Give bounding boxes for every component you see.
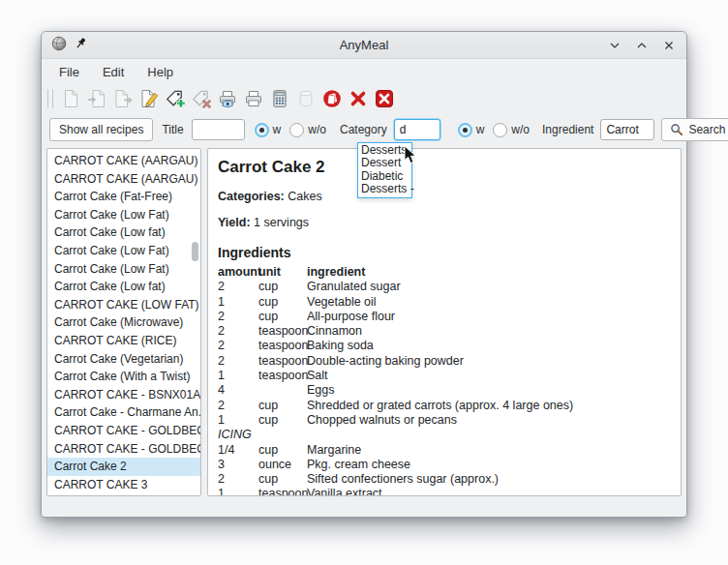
- ingredient-row: 2cupShredded or grated carrots (approx. …: [218, 399, 669, 413]
- discard-icon[interactable]: [345, 86, 371, 111]
- close-icon[interactable]: [661, 38, 677, 53]
- ingredients-table: amount unit ingredient 2cupGranulated su…: [218, 265, 669, 496]
- list-item[interactable]: CARROT CAKE 3: [47, 476, 200, 494]
- servings-calculator-icon[interactable]: [266, 86, 292, 111]
- print-icon[interactable]: [240, 86, 266, 111]
- title-with-label: w: [273, 123, 282, 136]
- yield-value: 1 servings: [254, 216, 309, 229]
- ingredient-row: 1teaspoonVanilla extract: [218, 487, 669, 496]
- category-with-label: w: [476, 123, 485, 136]
- category-without-label: w/o: [511, 123, 530, 136]
- remove-category-icon[interactable]: [188, 86, 214, 111]
- ingredient-row: 2teaspoonBaking soda: [218, 339, 669, 353]
- list-scrollbar-thumb[interactable]: [192, 242, 198, 261]
- list-item[interactable]: CARROT CAKE - BSNX01A: [47, 386, 200, 404]
- ingredient-row: 2teaspoonDouble-acting baking powder: [218, 354, 669, 369]
- ingredients-table-header: amount unit ingredient: [218, 265, 669, 280]
- ingredient-header: ingredient: [307, 265, 669, 280]
- ingredient-label: Ingredient: [542, 123, 593, 136]
- menu-edit[interactable]: Edit: [93, 62, 134, 82]
- anymeal-app-icon: [51, 36, 67, 55]
- title-without-radio[interactable]: [289, 123, 304, 137]
- dropdown-item[interactable]: Desserts -: [358, 183, 411, 195]
- minimize-icon[interactable]: [607, 38, 622, 53]
- titlebar[interactable]: AnyMeal: [42, 32, 686, 59]
- categories-value: Cakes: [288, 190, 321, 203]
- anymeal-window: AnyMeal: [41, 31, 687, 518]
- recipe-categories: Categories: Cakes: [218, 190, 669, 203]
- category-label: Category: [340, 123, 387, 136]
- ingredient-row: 1teaspoonSalt: [218, 369, 669, 383]
- list-item[interactable]: Carrot Cake (Fat-Free): [47, 188, 200, 206]
- ingredient-row: 3ouncePkg. cream cheese: [218, 458, 669, 472]
- dropdown-item[interactable]: Diabetic: [358, 170, 411, 183]
- list-item[interactable]: Carrot Cake (Low Fat): [47, 260, 200, 279]
- new-recipe-icon[interactable]: [57, 86, 83, 111]
- menu-file[interactable]: File: [49, 62, 89, 82]
- list-item[interactable]: CARROT CAKE - GOLDBECK: [47, 440, 200, 459]
- amount-header: amount: [218, 265, 258, 280]
- window-title: AnyMeal: [42, 38, 686, 52]
- list-item[interactable]: Carrot Cake (Vegetarian): [47, 350, 200, 369]
- database-icon[interactable]: [292, 86, 318, 111]
- list-item[interactable]: Carrot Cake (Low Fat): [47, 206, 200, 224]
- ingredient-row: 1cupVegetable oil: [218, 295, 669, 310]
- quit-icon[interactable]: [371, 86, 397, 111]
- toolbar-drag-handle[interactable]: [47, 89, 53, 108]
- recipe-view[interactable]: Carrot Cake 2 Categories: Cakes Yield: 1…: [207, 148, 682, 496]
- category-without-radio[interactable]: [493, 123, 507, 137]
- search-icon: [670, 123, 683, 136]
- search-bar: Show all recipes Title w w/o Category w …: [42, 113, 686, 146]
- toolbar: [42, 84, 686, 113]
- ingredient-input[interactable]: [600, 119, 654, 140]
- menubar: File Edit Help: [42, 59, 686, 84]
- ingredients-table-body: 2cupGranulated sugar1cupVegetable oil2cu…: [218, 280, 669, 496]
- list-item[interactable]: CARROT CAKE - GOLDBECK: [47, 422, 200, 440]
- ingredient-row: 4Eggs: [218, 383, 669, 398]
- title-without-label: w/o: [308, 123, 326, 136]
- search-button-label: Search: [688, 123, 725, 136]
- delete-recipes-icon[interactable]: [318, 86, 345, 111]
- ingredient-row: 2teaspoonCinnamon: [218, 324, 669, 339]
- mouse-cursor: [404, 145, 418, 169]
- recipe-title: Carrot Cake 2: [218, 158, 669, 177]
- list-item[interactable]: CARROT CAKE (AARGAU): [47, 170, 200, 189]
- list-item[interactable]: Carrot Cake (Low Fat): [47, 242, 200, 260]
- list-item[interactable]: CARROT CAKE (LOW FAT): [47, 296, 200, 314]
- list-item[interactable]: Carrot Cake (Low fat): [47, 278, 200, 296]
- yield-label: Yield:: [218, 216, 251, 229]
- list-item[interactable]: Carrot Cake (Microwave): [47, 313, 200, 332]
- recipe-list[interactable]: CARROT CAKE (AARGAU)CARROT CAKE (AARGAU)…: [46, 148, 201, 496]
- maximize-icon[interactable]: [634, 38, 650, 53]
- list-item[interactable]: Carrot Cake (Low fat): [47, 223, 200, 242]
- pin-icon[interactable]: [75, 37, 88, 54]
- list-item[interactable]: Carrot Cake - Charmane An...: [47, 403, 200, 422]
- ingredient-row: ICING: [218, 428, 669, 442]
- list-item[interactable]: CARROT CAKE (RICE): [47, 332, 200, 350]
- edit-recipe-icon[interactable]: [136, 86, 162, 111]
- list-item[interactable]: Carrot Cake 2: [47, 458, 200, 476]
- export-recipes-icon[interactable]: [109, 86, 136, 111]
- categories-label: Categories:: [218, 190, 285, 203]
- recipe-yield: Yield: 1 servings: [218, 216, 669, 229]
- title-input[interactable]: [192, 119, 245, 140]
- ingredient-row: 2cupSifted confectioners sugar (approx.): [218, 472, 669, 487]
- search-button[interactable]: Search: [661, 118, 728, 141]
- print-preview-icon[interactable]: [214, 86, 240, 111]
- ingredient-row: 1/4cupMargarine: [218, 443, 669, 458]
- add-category-icon[interactable]: [162, 86, 188, 111]
- ingredient-row: 2cupGranulated sugar: [218, 280, 669, 294]
- menu-help[interactable]: Help: [137, 62, 183, 82]
- import-recipes-icon[interactable]: [83, 86, 109, 111]
- ingredient-row: 1cupChopped walnuts or pecans: [218, 413, 669, 428]
- list-item[interactable]: CARROT CAKE (AARGAU): [47, 152, 200, 170]
- title-label: Title: [162, 123, 183, 136]
- list-item[interactable]: Carrot Cake (With a Twist): [47, 368, 200, 386]
- show-all-recipes-button[interactable]: Show all recipes: [49, 118, 153, 141]
- title-with-radio[interactable]: [255, 123, 269, 137]
- unit-header: unit: [258, 265, 307, 280]
- ingredient-row: 2cupAll-purpose flour: [218, 310, 669, 324]
- ingredients-heading: Ingredients: [218, 245, 669, 260]
- category-input[interactable]: [394, 119, 440, 140]
- category-with-radio[interactable]: [458, 123, 472, 137]
